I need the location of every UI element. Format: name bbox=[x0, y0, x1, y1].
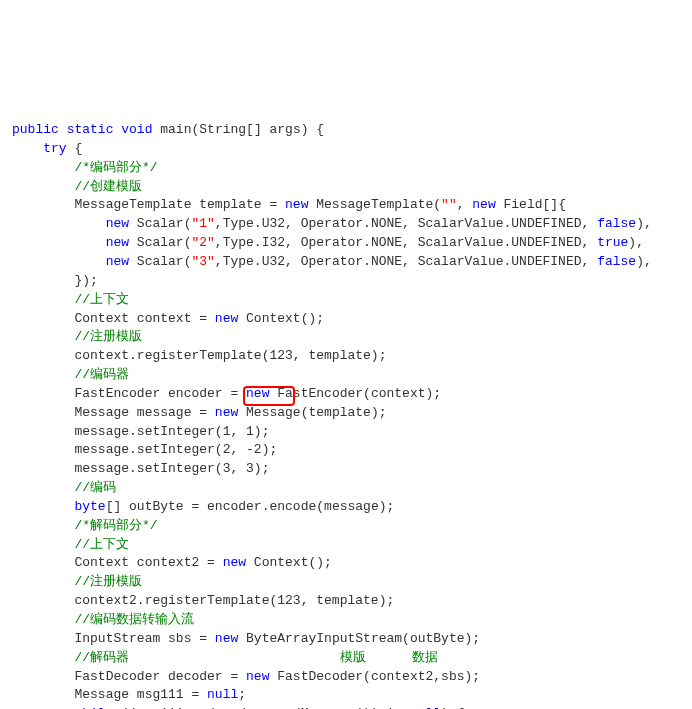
code-line: //注册模版 bbox=[12, 573, 680, 592]
indent bbox=[12, 197, 74, 212]
code-lines: public static void main(String[] args) {… bbox=[12, 121, 680, 709]
indent bbox=[12, 612, 74, 627]
code-token: Scalar( bbox=[129, 235, 191, 250]
code-line: context2.registerTemplate(123, template)… bbox=[12, 592, 680, 611]
indent bbox=[12, 650, 74, 665]
code-token: ), bbox=[636, 254, 652, 269]
code-token: //编码器 bbox=[74, 367, 129, 382]
code-token: new bbox=[246, 386, 269, 401]
code-token: //上下文 bbox=[74, 537, 129, 552]
indent bbox=[12, 424, 74, 439]
code-token: ), bbox=[628, 235, 644, 250]
code-token: main(String[] args) { bbox=[152, 122, 324, 137]
code-token: ; bbox=[238, 687, 246, 702]
code-token: new bbox=[472, 197, 495, 212]
code-token: message.setInteger(1, 1); bbox=[74, 424, 269, 439]
code-token: FastDecoder(context2,sbs); bbox=[269, 669, 480, 684]
indent bbox=[12, 179, 74, 194]
code-line: Message message = new Message(template); bbox=[12, 404, 680, 423]
code-token: byte bbox=[74, 499, 105, 514]
code-token: Context(); bbox=[246, 555, 332, 570]
code-token: false bbox=[597, 216, 636, 231]
indent bbox=[12, 574, 74, 589]
code-token: Context context2 = bbox=[74, 555, 222, 570]
code-token: Message msg111 = bbox=[74, 687, 207, 702]
indent bbox=[12, 442, 74, 457]
code-token: context.registerTemplate(123, template); bbox=[74, 348, 386, 363]
code-token: Message message = bbox=[74, 405, 214, 420]
indent bbox=[12, 687, 74, 702]
indent bbox=[12, 555, 74, 570]
code-token: Field[]{ bbox=[496, 197, 566, 212]
code-line: //编码数据转输入流 bbox=[12, 611, 680, 630]
code-token: ByteArrayInputStream(outByte); bbox=[238, 631, 480, 646]
code-line: /*解码部分*/ bbox=[12, 517, 680, 536]
code-token: }); bbox=[74, 273, 97, 288]
code-token: Message(template); bbox=[238, 405, 386, 420]
code-line: Context context = new Context(); bbox=[12, 310, 680, 329]
indent bbox=[12, 518, 74, 533]
code-token: "3" bbox=[191, 254, 214, 269]
indent bbox=[12, 461, 74, 476]
indent bbox=[12, 386, 74, 401]
code-token: FastEncoder encoder = bbox=[74, 386, 246, 401]
code-line: public static void main(String[] args) { bbox=[12, 121, 680, 140]
indent bbox=[12, 311, 74, 326]
indent bbox=[12, 292, 74, 307]
code-token: FastDecoder decoder = bbox=[74, 669, 246, 684]
code-token: public bbox=[12, 122, 59, 137]
code-token: ,Type.I32, Operator.NONE, ScalarValue.UN… bbox=[215, 235, 597, 250]
code-token: //上下文 bbox=[74, 292, 129, 307]
code-block: public static void main(String[] args) {… bbox=[12, 83, 680, 709]
code-token: new bbox=[106, 216, 129, 231]
code-token: //创建模版 bbox=[74, 179, 142, 194]
code-line: /*编码部分*/ bbox=[12, 159, 680, 178]
code-token: new bbox=[223, 555, 246, 570]
code-token: context2.registerTemplate(123, template)… bbox=[74, 593, 394, 608]
code-line: try { bbox=[12, 140, 680, 159]
code-token: [] outByte = encoder.encode(message); bbox=[106, 499, 395, 514]
code-token: InputStream sbs = bbox=[74, 631, 214, 646]
indent bbox=[12, 405, 74, 420]
code-token: static bbox=[67, 122, 114, 137]
code-token: ,Type.U32, Operator.NONE, ScalarValue.UN… bbox=[215, 254, 597, 269]
code-token: //解码器 模版 数据 bbox=[74, 650, 438, 665]
code-token: "1" bbox=[191, 216, 214, 231]
code-token: new bbox=[215, 631, 238, 646]
code-token: new bbox=[215, 311, 238, 326]
code-line: context.registerTemplate(123, template); bbox=[12, 347, 680, 366]
code-token: "" bbox=[441, 197, 457, 212]
code-token: new bbox=[106, 235, 129, 250]
code-line: byte[] outByte = encoder.encode(message)… bbox=[12, 498, 680, 517]
code-line: MessageTemplate template = new MessageTe… bbox=[12, 196, 680, 215]
code-token: { bbox=[67, 141, 83, 156]
code-line: new Scalar("3",Type.U32, Operator.NONE, … bbox=[12, 253, 680, 272]
code-token: //编码 bbox=[74, 480, 116, 495]
code-line: //编码 bbox=[12, 479, 680, 498]
code-token: FastEncoder(context); bbox=[269, 386, 441, 401]
code-token: void bbox=[121, 122, 152, 137]
code-line: InputStream sbs = new ByteArrayInputStre… bbox=[12, 630, 680, 649]
indent bbox=[12, 216, 106, 231]
code-token: Context context = bbox=[74, 311, 214, 326]
code-token: ), bbox=[636, 216, 652, 231]
code-token: Scalar( bbox=[129, 216, 191, 231]
indent bbox=[12, 348, 74, 363]
code-token bbox=[59, 122, 67, 137]
code-line: new Scalar("2",Type.I32, Operator.NONE, … bbox=[12, 234, 680, 253]
code-line: //上下文 bbox=[12, 536, 680, 555]
code-token: new bbox=[246, 669, 269, 684]
code-line: message.setInteger(1, 1); bbox=[12, 423, 680, 442]
indent bbox=[12, 254, 106, 269]
code-line: message.setInteger(3, 3); bbox=[12, 460, 680, 479]
code-token: Context(); bbox=[238, 311, 324, 326]
code-line: //创建模版 bbox=[12, 178, 680, 197]
code-token: try bbox=[43, 141, 66, 156]
indent bbox=[12, 480, 74, 495]
code-line: FastDecoder decoder = new FastDecoder(co… bbox=[12, 668, 680, 687]
indent bbox=[12, 329, 74, 344]
code-token: true bbox=[597, 235, 628, 250]
indent bbox=[12, 593, 74, 608]
indent bbox=[12, 160, 74, 175]
code-line: //解码器 模版 数据 bbox=[12, 649, 680, 668]
